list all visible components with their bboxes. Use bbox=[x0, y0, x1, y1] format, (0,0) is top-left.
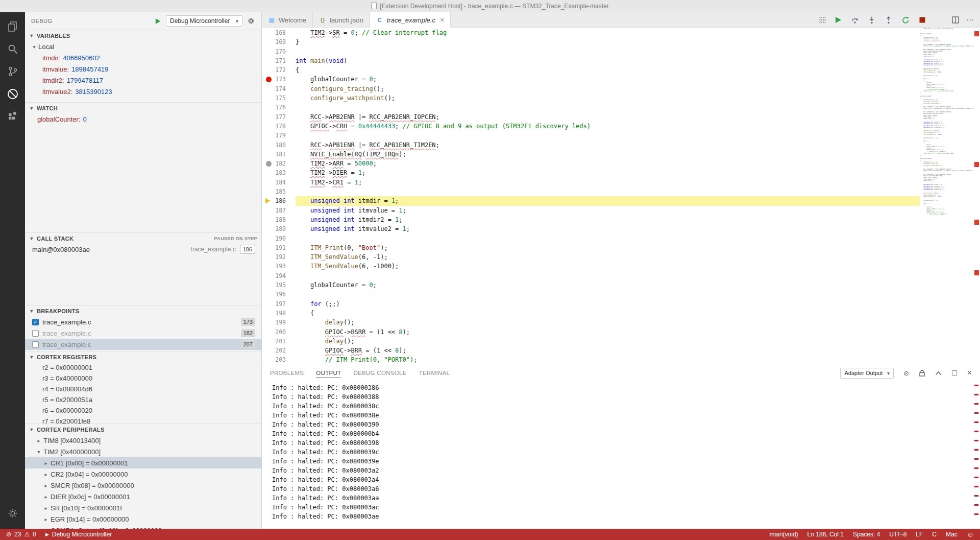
peripheral-register-row[interactable]: ▸DIER [0x0c] = 0x00000001 bbox=[25, 491, 261, 502]
peripheral-row[interactable]: ▾TIM2 [0x40000000] bbox=[25, 446, 261, 457]
register-row[interactable]: r3 = 0x40000000 bbox=[25, 373, 261, 384]
gutter[interactable]: 197 bbox=[262, 299, 296, 309]
breakpoint-checkbox[interactable]: ✓ bbox=[32, 319, 39, 325]
code-line[interactable]: 169} bbox=[262, 37, 980, 46]
breakpoint-row[interactable]: trace_example.c207 bbox=[25, 339, 261, 350]
gutter[interactable]: 177 bbox=[262, 112, 296, 122]
code-line[interactable]: 181 NVIC_EnableIRQ(TIM2_IRQn); bbox=[262, 150, 980, 159]
gutter[interactable]: 203 bbox=[262, 355, 296, 364]
code-line[interactable]: 189 unsigned int itmvalue2 = 1; bbox=[262, 224, 980, 233]
search-icon[interactable] bbox=[0, 38, 25, 60]
gutter[interactable]: 185 bbox=[262, 187, 296, 196]
code-editor[interactable]: 168 TIM2->SR = 0; // Clear interrupt fla… bbox=[262, 28, 980, 365]
cortex-peripherals-header[interactable]: ▾ CORTEX PERIPHERALS bbox=[25, 424, 261, 435]
gutter[interactable]: 201 bbox=[262, 337, 296, 346]
gutter[interactable]: 172 bbox=[262, 65, 296, 75]
variable-row[interactable]: itmdir2:1799478117 bbox=[25, 75, 261, 86]
panel-tab-terminal[interactable]: TERMINAL bbox=[419, 368, 450, 378]
gutter[interactable]: 178 bbox=[262, 122, 296, 131]
gutter[interactable]: 193 bbox=[262, 262, 296, 271]
gutter[interactable]: 168 bbox=[262, 28, 296, 37]
peripheral-row[interactable]: ▸TIM8 [0x40013400] bbox=[25, 435, 261, 446]
continue-button[interactable] bbox=[834, 16, 842, 24]
code-line[interactable]: 200 GPIOC->BSRR = (1 << 8); bbox=[262, 327, 980, 337]
gutter[interactable]: 192 bbox=[262, 252, 296, 262]
call-stack-header[interactable]: ▾ CALL STACK PAUSED ON STEP bbox=[25, 233, 261, 244]
breakpoint-row[interactable]: ✓trace_example.c173 bbox=[25, 316, 261, 327]
code-line[interactable]: 187 unsigned int itmvalue = 1; bbox=[262, 206, 980, 215]
gutter[interactable]: 202 bbox=[262, 346, 296, 355]
gutter[interactable]: 179 bbox=[262, 131, 296, 140]
gutter[interactable]: 195 bbox=[262, 280, 296, 290]
code-line[interactable]: 184 TIM2->CR1 = 1; bbox=[262, 178, 980, 187]
os-indicator[interactable]: Mac bbox=[946, 531, 958, 538]
code-line[interactable]: 203 // ITM_Print(0, "PORT0"); bbox=[262, 355, 980, 364]
feedback-smiley-icon[interactable]: ☺ bbox=[967, 530, 974, 538]
eol-indicator[interactable]: LF bbox=[916, 531, 923, 538]
code-line[interactable]: 192 ITM_SendValue(6, -1); bbox=[262, 252, 980, 262]
code-line[interactable]: 182 TIM2->ARR = 50000; bbox=[262, 159, 980, 168]
register-row[interactable]: r7 = 0x20001fe8 bbox=[25, 416, 261, 424]
code-line[interactable]: 179 bbox=[262, 131, 980, 140]
gutter[interactable]: 183 bbox=[262, 168, 296, 177]
start-debug-button[interactable] bbox=[155, 18, 161, 25]
peripheral-register-row[interactable]: ▸SMCR [0x08] = 0x00000000 bbox=[25, 480, 261, 491]
variables-header[interactable]: ▾ VARIABLES bbox=[25, 30, 261, 41]
gutter[interactable]: 190 bbox=[262, 234, 296, 243]
breakpoint-checkbox[interactable] bbox=[32, 330, 39, 337]
restart-button[interactable] bbox=[901, 16, 910, 24]
gutter[interactable]: 174 bbox=[262, 84, 296, 93]
code-line[interactable]: 174 configure_tracing(); bbox=[262, 84, 980, 93]
code-line[interactable]: 197 for (;;) bbox=[262, 299, 980, 309]
register-row[interactable]: r5 = 0x2000051a bbox=[25, 394, 261, 405]
cursor-position[interactable]: Ln 186, Col 1 bbox=[807, 531, 844, 538]
gutter[interactable]: 169 bbox=[262, 37, 296, 46]
clear-output-icon[interactable]: ⊘ bbox=[903, 369, 909, 377]
breakpoint-row[interactable]: trace_example.c182 bbox=[25, 327, 261, 339]
peripheral-register-row[interactable]: ▸CR1 [0x00] = 0x00000001 bbox=[25, 457, 261, 468]
gutter[interactable]: 170 bbox=[262, 47, 296, 56]
step-into-button[interactable] bbox=[868, 16, 876, 24]
gutter[interactable]: 188 bbox=[262, 215, 296, 224]
gutter[interactable]: 180 bbox=[262, 140, 296, 150]
output-channel-select[interactable]: Adapter Output ▾ bbox=[840, 368, 894, 379]
code-line[interactable]: 195 globalCounter = 0; bbox=[262, 280, 980, 290]
code-line[interactable]: 177 RCC->APB2ENR |= RCC_APB2ENR_IOPCEN; bbox=[262, 112, 980, 122]
gutter[interactable]: 182 bbox=[262, 159, 296, 168]
gutter[interactable]: 176 bbox=[262, 103, 296, 112]
code-line[interactable]: 186 unsigned int itmdir = 1; bbox=[262, 196, 980, 205]
code-line[interactable]: 196 bbox=[262, 290, 980, 299]
maximize-panel-icon[interactable] bbox=[935, 371, 942, 375]
code-line[interactable]: 175 configure_watchpoint(); bbox=[262, 93, 980, 103]
stop-button[interactable] bbox=[918, 16, 926, 24]
code-line[interactable]: 178 GPIOC->CRH = 0x44444433; // GPIOC 8 … bbox=[262, 122, 980, 131]
debug-icon[interactable] bbox=[0, 83, 25, 105]
gutter[interactable]: 200 bbox=[262, 327, 296, 337]
encoding-indicator[interactable]: UTF-8 bbox=[889, 531, 906, 538]
code-line[interactable]: 194 bbox=[262, 271, 980, 280]
code-line[interactable]: 170 bbox=[262, 47, 980, 56]
code-line[interactable]: 173 globalCounter = 0; bbox=[262, 75, 980, 84]
register-row[interactable]: r6 = 0x00000020 bbox=[25, 405, 261, 416]
split-editor-icon[interactable] bbox=[952, 16, 959, 24]
step-out-button[interactable] bbox=[885, 16, 893, 24]
watch-row[interactable]: globalCounter:0 bbox=[25, 113, 261, 125]
code-line[interactable]: 199 delay(); bbox=[262, 318, 980, 327]
code-line[interactable]: 168 TIM2->SR = 0; // Clear interrupt fla… bbox=[262, 28, 980, 37]
gutter[interactable]: 199 bbox=[262, 318, 296, 327]
gutter[interactable]: 175 bbox=[262, 93, 296, 103]
output-log[interactable]: Info : halted: PC: 0x08000386Info : halt… bbox=[262, 381, 980, 529]
close-panel-icon[interactable]: × bbox=[967, 368, 972, 378]
code-line[interactable]: 180 RCC->APB1ENR |= RCC_APB1ENR_TIM2EN; bbox=[262, 140, 980, 150]
peripheral-register-row[interactable]: ▸EGR [0x14] = 0x00000000 bbox=[25, 513, 261, 525]
breakpoints-header[interactable]: ▾ BREAKPOINTS bbox=[25, 306, 261, 316]
code-line[interactable]: 185 bbox=[262, 187, 980, 196]
register-row[interactable]: r2 = 0x00000001 bbox=[25, 362, 261, 373]
variable-row[interactable]: itmvalue2:3815390123 bbox=[25, 86, 261, 97]
gutter[interactable]: 198 bbox=[262, 309, 296, 318]
code-line[interactable]: 198 { bbox=[262, 309, 980, 318]
peripheral-register-row[interactable]: ▸CCMR1_Output [0x18] = 0x00000000 bbox=[25, 525, 261, 529]
debug-config-select[interactable]: Debug Microcontroller ▾ bbox=[166, 15, 242, 27]
variable-row[interactable]: itmdir:4066950602 bbox=[25, 52, 261, 63]
panel-tab-problems[interactable]: PROBLEMS bbox=[270, 368, 304, 378]
